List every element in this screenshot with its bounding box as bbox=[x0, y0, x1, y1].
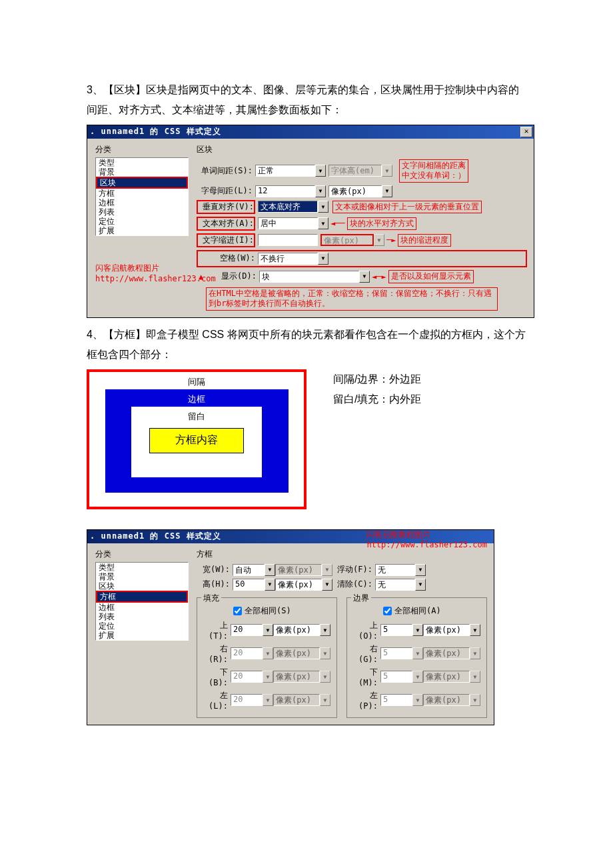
boxmodel-diagram: 间隔 边框 留白 方框内容 bbox=[87, 369, 306, 509]
hint-align: 块的水平对齐方式 bbox=[347, 217, 416, 231]
unit-height[interactable]: 像素(px) bbox=[275, 579, 322, 591]
panel-title: 区块 bbox=[197, 144, 527, 155]
hint-word-spacing: 文字间相隔的距离 中文没有单词：） bbox=[399, 159, 468, 183]
cat-list-item[interactable]: 列表 bbox=[96, 612, 188, 621]
close-icon[interactable]: ✕ bbox=[520, 127, 532, 137]
unit-pad-right: 像素(px) bbox=[273, 647, 320, 659]
dropdown-icon[interactable]: ▼ bbox=[318, 217, 328, 229]
label-display: 显示(D): bbox=[214, 271, 257, 282]
cat-type[interactable]: 类型 bbox=[96, 563, 188, 572]
dropdown-icon: ▼ bbox=[320, 647, 330, 659]
label-pad-left: 左(L): bbox=[201, 690, 228, 711]
cat-type[interactable]: 类型 bbox=[96, 158, 188, 167]
dropdown-icon[interactable]: ▼ bbox=[320, 624, 330, 636]
input-float[interactable]: 无 bbox=[375, 564, 415, 576]
input-height[interactable]: 50 bbox=[233, 579, 265, 591]
cat-position[interactable]: 定位 bbox=[96, 217, 188, 226]
legend-padding: 填充 bbox=[201, 593, 221, 604]
label-pad-top: 上(T): bbox=[201, 620, 228, 641]
dropdown-icon[interactable]: ▼ bbox=[470, 624, 480, 636]
cat-box[interactable]: 方框 bbox=[96, 189, 188, 198]
cat-background[interactable]: 背景 bbox=[96, 572, 188, 581]
unit-mar-top[interactable]: 像素(px) bbox=[423, 624, 470, 636]
unit-pad-bottom: 像素(px) bbox=[273, 671, 320, 683]
input-align[interactable]: 居中 bbox=[258, 217, 318, 229]
dropdown-icon[interactable]: ▼ bbox=[315, 165, 326, 177]
unit-letter-spacing[interactable]: 像素(px) bbox=[328, 185, 382, 197]
unit-pad-top[interactable]: 像素(px) bbox=[273, 624, 320, 636]
dropdown-icon[interactable]: ▼ bbox=[263, 624, 273, 636]
input-display[interactable]: 块 bbox=[259, 271, 359, 283]
dropdown-icon[interactable]: ▼ bbox=[415, 579, 426, 591]
input-wrap[interactable]: 不换行 bbox=[258, 253, 318, 265]
label-wrap: 空格(W): bbox=[199, 253, 255, 264]
css-dialog-block: . unnamed1 的 CSS 样式定义 ✕ 分类 类型 背景 区块 方框 边… bbox=[87, 125, 534, 318]
dropdown-icon[interactable]: ▼ bbox=[265, 579, 275, 591]
dropdown-icon: ▼ bbox=[320, 671, 330, 683]
unit-mar-right: 像素(px) bbox=[423, 647, 470, 659]
cat-position[interactable]: 定位 bbox=[96, 621, 188, 631]
label-pad-right: 右(R): bbox=[201, 643, 228, 664]
label-pad-bottom: 下(B): bbox=[201, 667, 228, 687]
input-letter-spacing[interactable]: 12 bbox=[255, 185, 315, 197]
cat-border[interactable]: 边框 bbox=[96, 198, 188, 207]
dropdown-icon[interactable]: ▼ bbox=[382, 185, 392, 197]
unit-mar-left: 像素(px) bbox=[423, 694, 470, 706]
label-width: 宽(W): bbox=[197, 564, 230, 575]
unit-width: 像素(px) bbox=[275, 564, 322, 576]
watermark: 闪客启航教程图片 http://www.flasher123.com bbox=[95, 263, 189, 283]
input-pad-bottom: 20 bbox=[231, 671, 263, 683]
category-list[interactable]: 类型 背景 区块 方框 边框 列表 定位 扩展 bbox=[95, 562, 189, 641]
dropdown-icon: ▼ bbox=[470, 671, 480, 683]
cat-border[interactable]: 边框 bbox=[96, 603, 188, 612]
category-heading: 分类 bbox=[95, 144, 189, 155]
arrow-icon: ◄── bbox=[328, 219, 347, 228]
boxmodel-content-label: 方框内容 bbox=[149, 428, 244, 453]
fieldset-margin: 边界 全部相同(A) 上(O):5▼像素(px)▼ 右(G):5▼像素(px)▼… bbox=[346, 597, 487, 718]
label-all-same-margin: 全部相同(A) bbox=[394, 605, 441, 617]
label-float: 浮动(F): bbox=[332, 564, 372, 575]
unit-pad-left: 像素(px) bbox=[273, 694, 320, 706]
boxmodel-margin-label: 间隔 bbox=[188, 376, 205, 388]
label-mar-bottom: 下(M): bbox=[351, 667, 378, 687]
label-mar-left: 左(P): bbox=[351, 690, 378, 711]
cat-list-item[interactable]: 列表 bbox=[96, 207, 188, 217]
checkbox-all-same-padding[interactable] bbox=[233, 607, 242, 615]
input-clear[interactable]: 无 bbox=[375, 579, 415, 591]
label-height: 高(H): bbox=[197, 579, 230, 590]
label-indent: 文字缩进(I): bbox=[197, 233, 255, 247]
dropdown-icon[interactable]: ▼ bbox=[318, 201, 328, 213]
unit-indent: 像素(px) bbox=[320, 234, 374, 246]
dropdown-icon[interactable]: ▼ bbox=[318, 253, 328, 265]
dropdown-icon[interactable]: ▼ bbox=[359, 271, 370, 283]
input-word-spacing[interactable]: 正常 bbox=[255, 165, 315, 177]
category-list[interactable]: 类型 背景 区块 方框 边框 列表 定位 扩展 bbox=[95, 157, 189, 236]
boxmodel-side-notes: 间隔/边界：外边距 留白/填充：内外距 bbox=[333, 369, 421, 410]
hint-display: 是否以及如何显示元素 bbox=[388, 270, 474, 283]
input-pad-right: 20 bbox=[231, 647, 263, 659]
checkbox-all-same-margin[interactable] bbox=[383, 607, 392, 615]
unit-word-spacing: 字体高(em) bbox=[328, 165, 382, 177]
input-width[interactable]: 自动 bbox=[233, 564, 265, 576]
input-pad-left: 20 bbox=[231, 694, 263, 706]
dropdown-icon[interactable]: ▼ bbox=[322, 579, 332, 591]
arrow-icon: ─► bbox=[384, 235, 398, 245]
cat-background[interactable]: 背景 bbox=[96, 167, 188, 177]
input-mar-top[interactable]: 5 bbox=[380, 624, 412, 636]
dropdown-icon[interactable]: ▼ bbox=[265, 564, 275, 576]
dialog-title: . unnamed1 的 CSS 样式定义 bbox=[89, 126, 520, 137]
cat-block[interactable]: 区块 bbox=[96, 177, 188, 189]
input-indent[interactable] bbox=[258, 234, 318, 246]
cat-block[interactable]: 区块 bbox=[96, 581, 188, 591]
dropdown-icon: ▼ bbox=[374, 234, 384, 246]
boxmodel-padding-label: 留白 bbox=[188, 411, 205, 423]
paragraph-4: 4、【方框】即盒子模型 CSS 将网页中所有的块元素都看作包含在一个虚拟的方框内… bbox=[87, 325, 526, 365]
cat-extend[interactable]: 扩展 bbox=[96, 226, 188, 235]
dropdown-icon[interactable]: ▼ bbox=[415, 564, 426, 576]
input-pad-top[interactable]: 20 bbox=[231, 624, 263, 636]
dropdown-icon[interactable]: ▼ bbox=[315, 185, 326, 197]
dropdown-icon[interactable]: ▼ bbox=[412, 624, 423, 636]
input-valign[interactable]: 文本底对齐 bbox=[258, 201, 318, 213]
cat-box[interactable]: 方框 bbox=[96, 591, 188, 603]
cat-extend[interactable]: 扩展 bbox=[96, 631, 188, 640]
